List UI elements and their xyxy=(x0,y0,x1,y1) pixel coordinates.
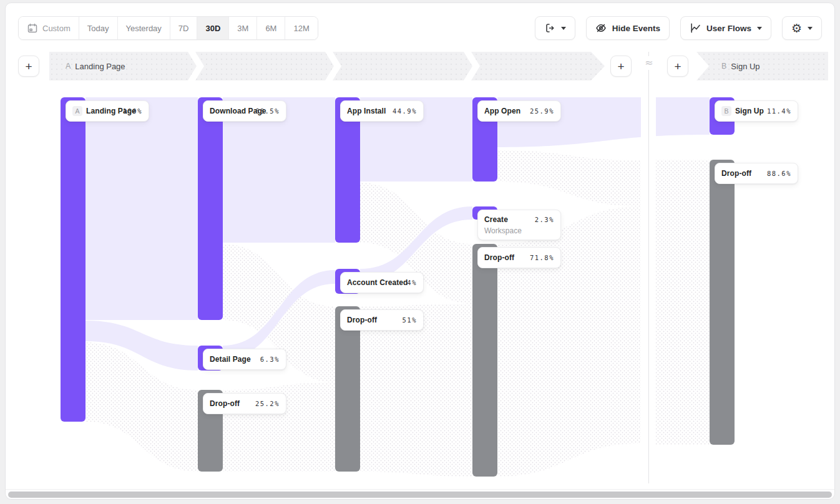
label-install[interactable]: App Install44.9% xyxy=(340,100,424,122)
user-flows-panel: CustomTodayYesterday7D30D3M6M12M Hide Ev… xyxy=(5,2,835,500)
chevron-separator-icon xyxy=(464,52,480,80)
flow-open-to-dropoff-4 xyxy=(497,150,641,206)
node-value: 25.9% xyxy=(530,107,554,115)
add-step-button-left[interactable]: + xyxy=(18,56,39,77)
flow-landing-to-detail xyxy=(85,321,198,371)
date-range-label: Yesterday xyxy=(126,24,162,33)
step-b-label: Sign Up xyxy=(731,62,759,71)
flow-landing-to-download xyxy=(85,97,198,320)
label-signup[interactable]: BSign Up11.4% xyxy=(715,100,798,122)
node-label: Drop-off xyxy=(347,316,377,324)
node-label-line2: Workspace xyxy=(484,226,554,235)
label-download[interactable]: Download Page68.5% xyxy=(203,100,286,122)
chevron-down-icon xyxy=(561,27,566,30)
node-value: 2.3% xyxy=(535,216,554,223)
node-value: 100% xyxy=(123,107,142,115)
date-range-today[interactable]: Today xyxy=(79,17,117,39)
horizontal-scrollbar-track xyxy=(6,489,834,499)
date-range-custom[interactable]: Custom xyxy=(19,17,79,39)
date-range-30d[interactable]: 30D xyxy=(197,17,228,39)
date-range-label: 6M xyxy=(265,24,276,33)
user-flows-button[interactable]: User Flows xyxy=(680,16,771,40)
step-badge-b: B xyxy=(721,106,731,116)
flow-account-to-create-workspace xyxy=(360,206,472,282)
flow-landing-to-dropoff-1 xyxy=(85,342,198,472)
export-icon xyxy=(544,22,555,34)
node-value: 44.9% xyxy=(393,107,417,115)
node-label: Drop-off xyxy=(721,169,751,178)
node-label: Sign Up xyxy=(735,107,764,115)
node-value: 71.8% xyxy=(530,254,554,261)
node-label: Drop-off xyxy=(484,253,514,262)
label-dropoff-3[interactable]: Drop-off71.8% xyxy=(477,247,561,268)
add-step-button-b-start[interactable]: + xyxy=(667,56,688,77)
node-value: 88.6% xyxy=(767,170,791,177)
date-range-12m[interactable]: 12M xyxy=(285,17,317,39)
date-range-label: 12M xyxy=(293,24,309,33)
hide-events-label: Hide Events xyxy=(612,24,660,33)
label-dropoff-2[interactable]: Drop-off51% xyxy=(340,309,424,331)
date-range-7d[interactable]: 7D xyxy=(170,17,197,39)
user-flows-label: User Flows xyxy=(706,24,751,33)
settings-button[interactable]: ⚙ xyxy=(782,16,822,40)
node-value: 68.5% xyxy=(255,107,280,115)
date-range-6m[interactable]: 6M xyxy=(256,17,285,39)
date-range-label: Custom xyxy=(42,24,71,33)
label-dropoff-4[interactable]: Drop-off88.6% xyxy=(715,163,798,184)
label-account[interactable]: Account Created4% xyxy=(340,272,424,293)
date-range-label: 7D xyxy=(178,24,189,33)
chevron-down-icon xyxy=(757,27,762,30)
label-dropoff-1[interactable]: Drop-off25.2% xyxy=(203,393,286,414)
line-chart-icon xyxy=(690,22,701,34)
step-badge-a: A xyxy=(72,106,82,116)
calendar-icon xyxy=(27,22,38,34)
node-value: 11.4% xyxy=(767,107,791,115)
chevron-separator-icon xyxy=(325,52,341,80)
flow-section-gap-to-dropoff-4 xyxy=(656,160,710,445)
toolbar-right-controls: Hide Events User Flows ⚙ xyxy=(535,16,822,40)
bar-download[interactable] xyxy=(198,97,223,320)
step-b-badge: B xyxy=(721,62,726,70)
add-step-button-a-end[interactable]: + xyxy=(610,56,632,77)
step-a-badge: A xyxy=(66,62,71,70)
horizontal-scrollbar-thumb[interactable] xyxy=(8,492,832,498)
node-value: 6.3% xyxy=(260,356,280,363)
node-label: App Open xyxy=(484,107,520,115)
flow-detail-to-account xyxy=(223,270,335,359)
toolbar: CustomTodayYesterday7D30D3M6M12M Hide Ev… xyxy=(18,16,822,40)
chevron-separator-icon xyxy=(188,52,204,80)
node-label: Account Created xyxy=(347,278,408,287)
label-open[interactable]: App Open25.9% xyxy=(477,100,561,122)
hide-events-button[interactable]: Hide Events xyxy=(586,16,670,40)
bar-dropoff-4[interactable] xyxy=(710,160,735,445)
label-landing[interactable]: ALanding Page100% xyxy=(66,100,149,122)
bar-dropoff-2[interactable] xyxy=(335,306,360,472)
section-divider xyxy=(648,52,649,483)
date-range-3m[interactable]: 3M xyxy=(228,17,256,39)
date-range-group: CustomTodayYesterday7D30D3M6M12M xyxy=(18,16,318,40)
date-range-label: 3M xyxy=(237,24,248,33)
funnel-step-band-a[interactable]: A Landing Page xyxy=(49,52,605,80)
date-range-label: Today xyxy=(87,24,109,33)
funnel-step-band-b[interactable]: B Sign Up xyxy=(696,52,828,80)
node-value: 25.2% xyxy=(255,400,280,407)
label-detail[interactable]: Detail Page6.3% xyxy=(203,349,286,370)
node-value: 4% xyxy=(407,279,417,286)
approx-connector: ≈ xyxy=(641,56,657,70)
export-button[interactable] xyxy=(535,16,575,40)
date-range-yesterday[interactable]: Yesterday xyxy=(117,17,170,39)
node-value: 51% xyxy=(403,316,417,324)
node-label: App Install xyxy=(347,107,386,115)
gear-icon: ⚙ xyxy=(791,22,802,34)
chevron-down-icon xyxy=(808,27,813,30)
node-label: Detail Page xyxy=(210,355,251,364)
eye-off-icon xyxy=(595,22,607,34)
bar-landing[interactable] xyxy=(61,97,85,422)
date-range-label: 30D xyxy=(205,24,220,33)
bar-dropoff-3[interactable] xyxy=(472,244,497,477)
node-label: Create xyxy=(484,215,508,224)
node-label: Drop-off xyxy=(210,399,240,408)
step-a-label: Landing Page xyxy=(75,62,125,71)
label-create-workspace[interactable]: Create2.3%Workspace xyxy=(477,210,561,240)
